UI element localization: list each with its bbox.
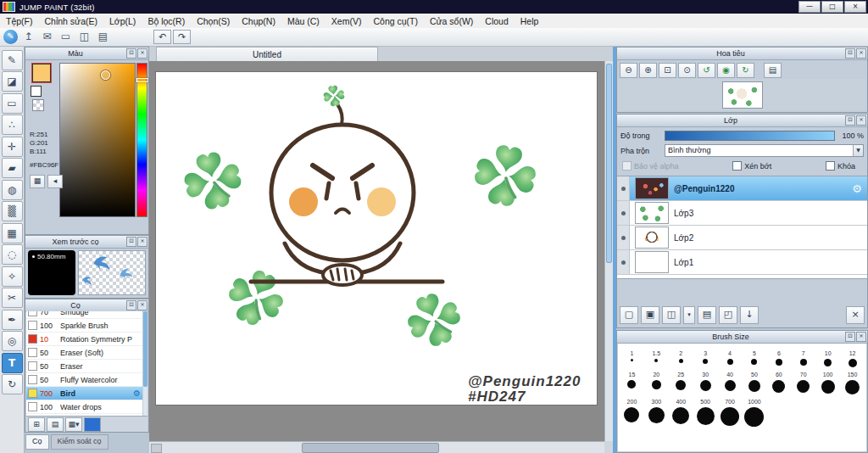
opacity-slider[interactable] bbox=[665, 131, 835, 141]
brush-size-30[interactable]: 30 bbox=[693, 372, 718, 394]
brush-size-50[interactable]: 50 bbox=[742, 372, 766, 394]
menu-item-10[interactable]: Cloud bbox=[479, 15, 514, 27]
tab-brush[interactable]: Cọ bbox=[25, 434, 49, 450]
blend-mode-select[interactable]: Bình thường ▼ bbox=[665, 144, 864, 157]
menu-item-5[interactable]: Chụp(N) bbox=[236, 15, 281, 27]
protect-alpha-checkbox[interactable]: Bảo vệ alpha bbox=[622, 161, 679, 171]
layer-thumbnail[interactable] bbox=[635, 251, 669, 273]
brush-size-1[interactable]: 1 bbox=[620, 350, 644, 367]
lasso-tool[interactable]: ◌ bbox=[2, 244, 23, 265]
brush-size-60[interactable]: 60 bbox=[766, 372, 791, 394]
brush-mode-icon[interactable]: ✎ bbox=[3, 30, 18, 44]
layer-menu-button[interactable]: ▾ bbox=[683, 306, 695, 324]
brush-item-7[interactable]: 100Water drops bbox=[26, 400, 142, 414]
brush-size-10[interactable]: 10 bbox=[815, 350, 840, 367]
rotate-cw-button[interactable]: ↻ bbox=[737, 63, 754, 78]
brush-color-button[interactable]: ■ bbox=[84, 417, 101, 432]
sv-cursor[interactable] bbox=[101, 70, 110, 80]
swap-color-button[interactable]: ◂ bbox=[47, 175, 63, 188]
brush-list-scrollbar[interactable] bbox=[143, 311, 147, 416]
panel-close-button[interactable]: × bbox=[137, 48, 147, 59]
transparent-color-swatch[interactable] bbox=[32, 99, 44, 111]
move-tool[interactable]: ✛ bbox=[2, 137, 23, 157]
import-brush-button[interactable]: ⊞ bbox=[28, 417, 45, 432]
brush-item-3[interactable]: 50Eraser (Soft) bbox=[26, 346, 142, 360]
zoom-out-button[interactable]: ⊖ bbox=[620, 63, 637, 78]
rotate-reset-button[interactable]: ◉ bbox=[717, 63, 735, 78]
panel-close-button[interactable]: × bbox=[856, 115, 866, 126]
brush-size-100[interactable]: 100 bbox=[815, 372, 840, 394]
scrollbar-thumb[interactable] bbox=[302, 443, 439, 453]
brush-folder-button[interactable]: ▤ bbox=[47, 417, 64, 432]
panel-close-button[interactable]: × bbox=[137, 300, 147, 310]
brush-size-12[interactable]: 12 bbox=[840, 350, 865, 367]
panel-popout-button[interactable]: ⊡ bbox=[126, 237, 136, 247]
panel-close-button[interactable]: × bbox=[856, 48, 866, 59]
canvas-horizontal-scrollbar[interactable] bbox=[149, 441, 604, 453]
checkbox-icon[interactable] bbox=[826, 161, 835, 171]
brush-item-4[interactable]: 50Eraser bbox=[26, 360, 142, 373]
brush-settings-gear-icon[interactable]: ⚙ bbox=[133, 389, 141, 398]
brush-size-25[interactable]: 25 bbox=[669, 372, 693, 394]
brush-size-2[interactable]: 2 bbox=[669, 350, 693, 367]
merge-down-button[interactable]: ↓ bbox=[740, 306, 759, 324]
lock-checkbox[interactable]: Khóa bbox=[826, 161, 855, 171]
panel-popout-button[interactable]: ⊡ bbox=[126, 300, 136, 310]
layer-settings-gear-icon[interactable]: ⚙ bbox=[852, 182, 862, 195]
brush-size-150[interactable]: 150 bbox=[840, 372, 865, 394]
canvas-vertical-scrollbar[interactable] bbox=[604, 61, 613, 441]
monitor-icon[interactable]: ▭ bbox=[58, 30, 74, 44]
duplicate-layer-button[interactable]: ◰ bbox=[719, 306, 737, 324]
knife-tool[interactable]: ✂ bbox=[2, 288, 23, 308]
redo-button[interactable]: ↷ bbox=[173, 30, 191, 44]
brush-size-6[interactable]: 6 bbox=[766, 350, 791, 367]
document-tab[interactable]: Untitled bbox=[156, 47, 378, 61]
layer-visibility-toggle[interactable] bbox=[617, 250, 630, 274]
fill-rect-tool[interactable]: ▰ bbox=[2, 158, 23, 178]
new-layer-1bit-button[interactable]: ◫ bbox=[662, 306, 681, 324]
brush-size-15[interactable]: 15 bbox=[620, 372, 644, 394]
menu-item-2[interactable]: Lớp(L) bbox=[103, 15, 142, 27]
brush-size-200[interactable]: 200 bbox=[620, 399, 644, 427]
layout-icon[interactable]: ◫ bbox=[76, 30, 92, 44]
menu-item-11[interactable]: Help bbox=[515, 15, 545, 27]
layer-visibility-toggle[interactable] bbox=[617, 226, 630, 249]
scrollbar-grip[interactable] bbox=[151, 444, 162, 453]
message-icon[interactable]: ✉ bbox=[39, 30, 55, 44]
snapshot-button[interactable]: ▤ bbox=[764, 63, 782, 78]
panel-popout-button[interactable]: ⊡ bbox=[845, 332, 855, 342]
text-tool[interactable]: T bbox=[2, 353, 23, 373]
close-button[interactable]: × bbox=[844, 1, 866, 13]
undo-button[interactable]: ↶ bbox=[153, 30, 171, 44]
bucket-tool[interactable]: ◍ bbox=[2, 180, 23, 200]
layer-thumbnail[interactable] bbox=[635, 226, 669, 249]
brush-item-6[interactable]: 700Bird⚙ bbox=[26, 387, 142, 400]
maximize-button[interactable]: □ bbox=[821, 1, 843, 13]
new-layer-8bit-button[interactable]: ▣ bbox=[641, 306, 659, 324]
workspace-icon[interactable]: ▤ bbox=[95, 30, 111, 44]
checkbox-icon[interactable] bbox=[622, 161, 632, 171]
canvas-artwork[interactable]: @Penguin1220 #HD247 bbox=[156, 72, 597, 405]
select-rect-tool[interactable]: ▦ bbox=[2, 223, 23, 243]
menu-item-0[interactable]: Tệp(F) bbox=[0, 15, 39, 27]
panel-popout-button[interactable]: ⊡ bbox=[845, 115, 855, 126]
new-layer-button[interactable]: ▢ bbox=[620, 306, 638, 324]
scrollbar-thumb[interactable] bbox=[606, 64, 612, 263]
rotate-ccw-button[interactable]: ↺ bbox=[698, 63, 715, 78]
zoom-actual-button[interactable]: ⊙ bbox=[678, 63, 696, 78]
dot-brush-tool[interactable]: ∴ bbox=[2, 115, 23, 135]
brush-size-5[interactable]: 5 bbox=[742, 350, 766, 367]
brush-view-button[interactable]: ▦▾ bbox=[65, 417, 82, 432]
chevron-down-icon[interactable]: ▼ bbox=[853, 145, 863, 156]
new-folder-button[interactable]: ▤ bbox=[698, 306, 716, 324]
brush-item-0[interactable]: 70Smudge bbox=[26, 311, 142, 319]
brush-size-70[interactable]: 70 bbox=[791, 372, 815, 394]
menu-item-1[interactable]: Chỉnh sửa(E) bbox=[39, 15, 103, 27]
background-color-swatch[interactable] bbox=[31, 86, 42, 97]
hue-cursor[interactable] bbox=[136, 78, 148, 82]
panel-close-button[interactable]: × bbox=[137, 237, 147, 247]
brush-item-1[interactable]: 100Sparkle Brush bbox=[26, 319, 142, 333]
brush-size-700[interactable]: 700 bbox=[718, 399, 743, 427]
brush-size-300[interactable]: 300 bbox=[644, 399, 669, 427]
brush-item-2[interactable]: 10Rotation Symmetry P bbox=[26, 333, 142, 346]
